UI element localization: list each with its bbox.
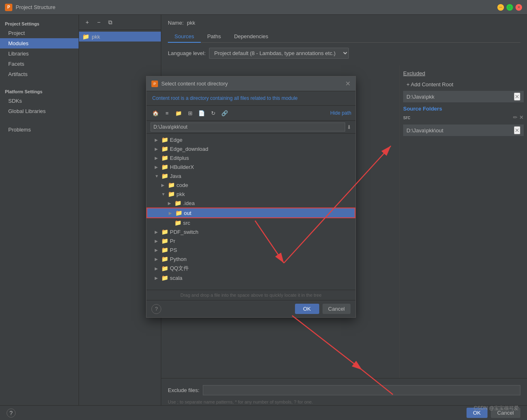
tree-arrow: ▼ — [155, 174, 160, 178]
out-root-item: D:\Java\pkk\out ✕ — [403, 125, 524, 136]
tree-item-pdf-switch[interactable]: ▶ 📁 PDF_switch — [146, 227, 355, 236]
tree-item-editplus[interactable]: ▶ 📁 Editplus — [146, 153, 355, 162]
tree-label: scala — [170, 275, 182, 281]
add-content-root-btn[interactable]: + Add Content Root — [403, 80, 457, 89]
dialog-close-btn[interactable]: ✕ — [345, 80, 351, 88]
tree-label: Python — [170, 256, 186, 262]
folder-icon: 📁 — [161, 265, 168, 272]
folder-icon: 📁 — [161, 173, 168, 179]
tree-item-qq[interactable]: ▶ 📁 QQ文件 — [146, 263, 355, 273]
language-level-select[interactable]: Project default (8 - Lambdas, type annot… — [209, 48, 349, 59]
dialog-cancel-btn[interactable]: Cancel — [323, 304, 351, 314]
tree-item-scala[interactable]: ▶ 📁 scala — [146, 273, 355, 282]
folder-icon: 📁 — [161, 238, 168, 244]
dialog-ok-btn[interactable]: OK — [295, 304, 319, 314]
dialog-home-btn[interactable]: 🏠 — [151, 108, 160, 118]
language-level-label: Language level: — [168, 50, 206, 56]
title-bar-left: P Project Structure — [5, 4, 56, 11]
tree-item-src[interactable]: 📁 src — [146, 218, 355, 227]
module-folder-icon: 📁 — [82, 33, 89, 40]
content-root-item: D:\Java\pkk ✕ — [403, 91, 524, 102]
tree-item-python[interactable]: ▶ 📁 Python — [146, 254, 355, 263]
dialog-help-btn[interactable]: ? — [151, 304, 161, 314]
sidebar-item-artifacts[interactable]: Artifacts — [0, 69, 79, 79]
dialog-icon: P — [151, 81, 158, 87]
maximize-btn[interactable]: □ — [506, 4, 513, 11]
dialog-refresh-btn[interactable]: ↻ — [208, 108, 218, 118]
folder-icon: 📁 — [168, 182, 175, 188]
exclude-files-input[interactable] — [203, 385, 520, 395]
tree-label: Java — [170, 173, 181, 179]
dialog-list-btn[interactable]: ≡ — [162, 108, 172, 118]
help-btn[interactable]: ? — [7, 408, 16, 418]
language-level-row: Language level: Project default (8 - Lam… — [161, 48, 527, 59]
folder-icon: 📁 — [175, 210, 182, 216]
tabs-container: Sources Paths Dependencies — [161, 31, 527, 48]
module-name-value: pkk — [187, 20, 195, 26]
tab-dependencies[interactable]: Dependencies — [228, 31, 275, 43]
dialog-newitem-btn[interactable]: 📄 — [197, 108, 207, 118]
sidebar-item-problems[interactable]: Problems — [0, 125, 79, 135]
title-controls: ─ □ ✕ — [497, 4, 522, 11]
close-btn[interactable]: ✕ — [515, 4, 522, 11]
tree-arrow: ▶ — [155, 239, 160, 243]
add-module-btn[interactable]: + — [82, 17, 92, 27]
copy-module-btn[interactable]: ⧉ — [105, 17, 115, 27]
tree-arrow: ▼ — [161, 192, 166, 196]
minimize-btn[interactable]: ─ — [497, 4, 504, 11]
dialog-hide-path-btn[interactable]: Hide path — [330, 110, 351, 116]
dialog-expand-btn[interactable]: ⊞ — [185, 108, 195, 118]
source-item-remove-btn[interactable]: ✕ — [519, 114, 524, 120]
name-label: Name: — [168, 20, 183, 26]
sidebar-item-global-libraries[interactable]: Global Libraries — [0, 106, 79, 116]
folder-icon: 📁 — [161, 275, 168, 281]
sidebar-item-project[interactable]: Project — [0, 28, 79, 38]
tree-item-edge[interactable]: ▶ 📁 Edge — [146, 135, 355, 144]
platform-settings-label: Platform Settings — [0, 86, 79, 96]
tab-paths[interactable]: Paths — [201, 31, 228, 43]
tree-item-out[interactable]: ▶ 📁 out — [146, 208, 355, 218]
excluded-label: Excluded — [403, 70, 425, 76]
tree-item-idea[interactable]: ▶ 📁 .idea — [146, 198, 355, 208]
tree-arrow: ▶ — [169, 211, 174, 215]
tree-arrow: ▶ — [155, 266, 160, 271]
dialog-link-btn[interactable]: 🔗 — [220, 108, 230, 118]
content-root-path: D:\Java\pkk — [406, 94, 434, 100]
content-root-remove-btn[interactable]: ✕ — [514, 92, 520, 101]
module-item-pkk[interactable]: 📁 pkk — [79, 32, 161, 42]
folder-icon: 📁 — [161, 228, 168, 235]
tree-label: PDF_switch — [170, 229, 198, 235]
sidebar-item-modules[interactable]: Modules — [0, 38, 79, 48]
remove-module-btn[interactable]: − — [94, 17, 104, 27]
sidebar-item-libraries[interactable]: Libraries — [0, 48, 79, 59]
tree-item-pr[interactable]: ▶ 📁 Pr — [146, 236, 355, 245]
dialog-path-download-btn[interactable]: ⬇ — [347, 124, 351, 130]
sidebar-item-sdks[interactable]: SDKs — [0, 96, 79, 106]
main-window: P Project Structure ─ □ ✕ Project Settin… — [0, 0, 527, 420]
tree-label: PS — [170, 247, 177, 253]
tree-item-ps[interactable]: ▶ 📁 PS — [146, 245, 355, 254]
tree-arrow: ▶ — [155, 230, 160, 234]
dialog-path-input[interactable] — [151, 122, 345, 132]
source-folders-label: Source Folders — [400, 104, 527, 113]
sidebar-item-facets[interactable]: Facets — [0, 59, 79, 69]
tree-item-java[interactable]: ▼ 📁 Java — [146, 171, 355, 180]
tree-item-code[interactable]: ▶ 📁 code — [146, 180, 355, 189]
tree-label: src — [183, 220, 190, 226]
folder-icon: 📁 — [168, 191, 175, 197]
folder-icon: 📁 — [174, 219, 181, 226]
tree-item-pkk[interactable]: ▼ 📁 pkk — [146, 189, 355, 198]
source-item-name: src — [403, 114, 410, 120]
source-item-actions: ✏ ✕ — [513, 114, 524, 120]
dialog-newfolder-btn[interactable]: 📁 — [174, 108, 183, 118]
select-root-dialog: P Select content root directory ✕ Conten… — [146, 76, 356, 318]
platform-settings-section: Platform Settings SDKs Global Libraries — [0, 86, 79, 116]
tree-label: QQ文件 — [170, 265, 189, 272]
source-item-edit-btn[interactable]: ✏ — [513, 114, 518, 120]
tree-label: HBuilderX — [170, 164, 194, 170]
tab-sources[interactable]: Sources — [168, 31, 201, 43]
tabs: Sources Paths Dependencies — [168, 31, 520, 43]
tree-item-hbuilderx[interactable]: ▶ 📁 HBuilderX — [146, 162, 355, 171]
tree-item-edge-download[interactable]: ▶ 📁 Edge_download — [146, 144, 355, 153]
out-root-remove-btn[interactable]: ✕ — [514, 126, 520, 134]
